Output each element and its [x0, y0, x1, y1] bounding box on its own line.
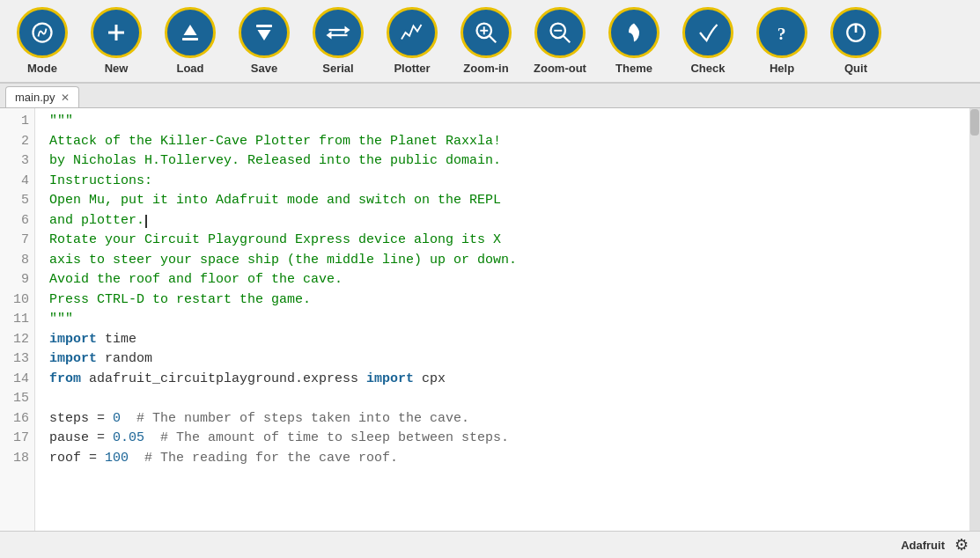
code-line: Avoid the roof and floor of the cave. [49, 270, 969, 290]
line-number: 11 [0, 310, 29, 330]
serial-icon [313, 7, 364, 58]
tab-filename: main.py [15, 91, 55, 104]
code-container[interactable]: 123456789101112131415161718 """Attack of… [0, 108, 969, 531]
code-line: Attack of the Killer-Cave Plotter from t… [49, 132, 969, 152]
code-line: Press CTRL-D to restart the game. [49, 290, 969, 311]
code-line: axis to steer your space ship (the middl… [49, 251, 969, 271]
svg-marker-10 [327, 32, 332, 40]
line-number: 10 [0, 290, 29, 311]
toolbar-btn-new[interactable]: New [81, 4, 151, 78]
code-line: import time [49, 330, 969, 350]
svg-rect-3 [182, 38, 198, 40]
token-default: steps = [49, 411, 113, 426]
token-string: Rotate your Circuit Playground Express d… [49, 232, 501, 247]
svg-rect-5 [256, 25, 272, 27]
zoom-out-icon [534, 7, 586, 58]
toolbar-label-mode: Mode [27, 62, 57, 75]
token-keyword: import [366, 371, 414, 386]
line-number: 13 [0, 349, 29, 370]
code-line: """ [49, 310, 969, 330]
code-line: roof = 100 # The reading for the cave ro… [49, 449, 969, 469]
token-comment: # The amount of time to sleep between st… [144, 430, 509, 445]
token-string: Instructions: [49, 173, 152, 188]
line-number: 5 [0, 191, 29, 211]
line-number: 1 [0, 112, 29, 132]
code-line: Rotate your Circuit Playground Express d… [49, 231, 969, 251]
toolbar-btn-zoom-out[interactable]: Zoom-out [525, 4, 595, 78]
toolbar-label-serial: Serial [322, 62, 353, 75]
toolbar-label-quit: Quit [844, 62, 867, 75]
toolbar-label-check: Check [690, 62, 725, 75]
toolbar-label-help: Help [770, 62, 794, 75]
token-string: Avoid the roof and floor of the cave. [49, 272, 343, 287]
code-lines[interactable]: """Attack of the Killer-Cave Plotter fro… [35, 108, 969, 531]
line-number: 4 [0, 172, 29, 192]
token-string: Attack of the Killer-Cave Plotter from t… [49, 134, 501, 149]
toolbar-btn-theme[interactable]: Theme [599, 4, 669, 78]
code-line [49, 389, 969, 409]
mode-icon [17, 7, 68, 58]
settings-gear-icon[interactable]: ⚙ [952, 535, 971, 554]
line-number: 14 [0, 370, 29, 390]
toolbar-btn-check[interactable]: Check [673, 4, 743, 78]
toolbar-label-zoom-in: Zoom-in [463, 62, 508, 75]
code-line: """ [49, 112, 969, 132]
scrollbar[interactable] [969, 108, 980, 531]
toolbar-label-new: New [105, 62, 129, 75]
line-number: 17 [0, 429, 29, 449]
toolbar-label-theme: Theme [615, 62, 652, 75]
zoom-in-icon [461, 7, 512, 58]
token-keyword: from [49, 371, 81, 386]
line-number: 6 [0, 211, 29, 231]
token-number: 100 [105, 451, 129, 466]
token-default: pause = [49, 430, 113, 445]
toolbar-btn-zoom-in[interactable]: Zoom-in [451, 4, 521, 78]
line-number: 7 [0, 231, 29, 251]
token-default: time [97, 332, 136, 347]
svg-marker-9 [345, 26, 350, 34]
main-tab[interactable]: main.py ✕ [5, 86, 79, 107]
load-icon [165, 7, 216, 58]
toolbar-label-plotter: Plotter [394, 62, 430, 75]
token-string: Press CTRL-D to restart the game. [49, 292, 311, 307]
svg-line-12 [490, 36, 497, 43]
status-mode-label: Adafruit [901, 539, 945, 552]
line-number: 2 [0, 132, 29, 152]
tab-close-button[interactable]: ✕ [61, 92, 70, 103]
line-number: 16 [0, 409, 29, 430]
svg-marker-6 [258, 30, 271, 40]
line-number: 15 [0, 389, 29, 409]
toolbar-btn-quit[interactable]: Quit [821, 4, 891, 78]
toolbar-btn-load[interactable]: Load [155, 4, 225, 78]
toolbar-btn-help[interactable]: ?Help [747, 4, 817, 78]
svg-line-16 [564, 36, 571, 43]
token-default: adafruit_circuitplayground.express [81, 371, 366, 386]
check-icon [682, 7, 733, 58]
svg-marker-4 [184, 25, 197, 35]
line-number: 9 [0, 270, 29, 290]
toolbar-label-zoom-out: Zoom-out [534, 62, 586, 75]
token-string: Open Mu, put it into Adafruit mode and s… [49, 193, 501, 208]
token-string: by Nicholas H.Tollervey. Released into t… [49, 153, 501, 168]
toolbar-btn-plotter[interactable]: Plotter [377, 4, 447, 78]
token-comment: # The number of steps taken into the cav… [121, 411, 469, 426]
plotter-icon [387, 7, 438, 58]
tabbar: main.py ✕ [0, 84, 980, 108]
line-number: 8 [0, 251, 29, 271]
token-default: random [97, 351, 152, 366]
statusbar: Adafruit ⚙ [0, 531, 980, 558]
token-keyword: import [49, 332, 97, 347]
toolbar-btn-mode[interactable]: Mode [7, 4, 77, 78]
code-line: Open Mu, put it into Adafruit mode and s… [49, 191, 969, 211]
scrollbar-thumb[interactable] [970, 109, 979, 136]
code-line: Instructions: [49, 172, 969, 192]
token-string: axis to steer your space ship (the middl… [49, 253, 517, 268]
toolbar-btn-serial[interactable]: Serial [303, 4, 373, 78]
toolbar-label-load: Load [176, 62, 203, 75]
line-number: 12 [0, 330, 29, 350]
toolbar-btn-save[interactable]: Save [229, 4, 299, 78]
editor-area: 123456789101112131415161718 """Attack of… [0, 108, 980, 531]
token-keyword: import [49, 351, 97, 366]
token-string: """ [49, 114, 73, 128]
toolbar-label-save: Save [251, 62, 277, 75]
